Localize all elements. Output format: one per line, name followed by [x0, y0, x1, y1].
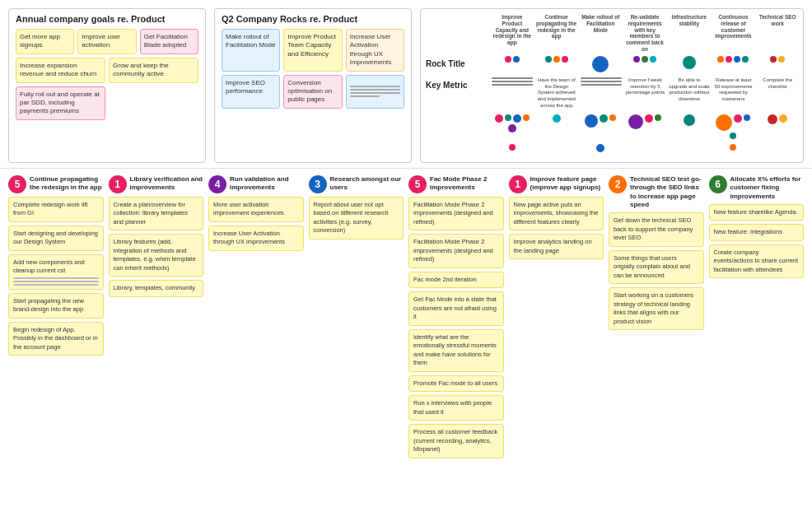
sdots-cell-3 — [580, 144, 621, 152]
annual-goals-title: Annual company goals re. Product — [16, 14, 198, 24]
lane-2-title: Library verification and improvements — [130, 175, 204, 193]
metric-cell-3 — [581, 77, 622, 109]
matrix-panel: Improve Product Capacity and redesign in… — [420, 8, 804, 163]
dot — [509, 144, 516, 151]
dot — [716, 114, 732, 131]
rock-title-label: Rock Title — [426, 56, 492, 68]
matrix-cols: Improve Product Capacity and redesign in… — [492, 14, 798, 53]
lane-card: Start designing and developing our Desig… — [8, 226, 104, 251]
lane-1-header: 5 Continue propagating the redesign in t… — [8, 175, 104, 193]
lane-card: Start propagating the new brand-design i… — [8, 293, 104, 319]
dot — [505, 114, 511, 121]
dot — [523, 114, 530, 121]
lane-card: Get down the technical SEO back to suppo… — [609, 212, 704, 247]
lane-card: Start working on a customers strategy of… — [609, 287, 704, 330]
lane-card: Promote Fac mode to all users — [408, 375, 504, 393]
dot — [553, 114, 561, 123]
lane-5-cards: Facilitation Mode Phase 2 improvements (… — [408, 197, 504, 458]
lane-3-badge: 4 — [208, 175, 226, 193]
matrix-small-dots-row — [426, 144, 798, 152]
rock-card: Improve SEO performance — [222, 75, 280, 109]
matrix-col-headers: Improve Product Capacity and redesign in… — [426, 14, 798, 53]
dot — [779, 114, 787, 123]
lane-card: Fac mode 2nd iteration — [408, 272, 504, 289]
dot — [645, 114, 653, 123]
lane-card: Facilitation Mode Phase 2 improvements (… — [408, 234, 504, 268]
metric-cell-2: Have the team of the Design System achie… — [536, 77, 577, 109]
matrix-key-metric-row: Key Metric Have the team of the Design S… — [426, 77, 798, 109]
lane-card: Get Fac Mode into a state that customers… — [408, 291, 504, 326]
goals-grid: Get more app signups Improve user activa… — [16, 29, 198, 54]
dot — [778, 56, 785, 63]
lane-7-header: 2 Technical SEO test go-through the SEO … — [609, 175, 704, 210]
dot — [553, 56, 560, 63]
top-section: Annual company goals re. Product Get mor… — [0, 0, 812, 169]
lane-card: New page active puts an improvements, sh… — [509, 197, 604, 231]
lane-5-title: Fac Mode Phase 2 improvements — [430, 175, 504, 193]
goal-card: Fully roll out and operate at par SDD, i… — [16, 86, 105, 120]
lane-card: More user activation improvement experie… — [208, 197, 304, 222]
lane-card: New feature sharelike Agenda — [709, 204, 805, 221]
q2-rocks-panel: Q2 Company Rocks re. Product Make rollou… — [214, 8, 412, 163]
dot — [730, 144, 736, 151]
dot — [742, 56, 749, 63]
matrix-cell-1 — [492, 56, 533, 72]
annual-goals-panel: Annual company goals re. Product Get mor… — [8, 8, 206, 163]
lane-1-badge: 5 — [8, 175, 26, 193]
dot — [726, 56, 732, 63]
dot — [562, 56, 568, 63]
dots1-cell-4 — [624, 114, 665, 139]
dot — [734, 56, 740, 63]
swim-lane-4: 3 Research amongst our users Report abou… — [309, 175, 404, 458]
lane-4-cards: Report about user not opt based on diffe… — [309, 197, 404, 240]
dot — [655, 114, 661, 121]
dot — [495, 114, 503, 123]
lane-8-cards: New feature sharelike Agenda New feature… — [709, 204, 805, 279]
lane-6-title: Improve feature page (improve app signup… — [530, 175, 604, 193]
metric-cell-1 — [492, 77, 533, 109]
dot — [633, 56, 640, 63]
lane-7-title: Technical SEO test go-through the SEO li… — [630, 175, 704, 210]
matrix-cell-3 — [580, 56, 621, 72]
matrix-cell-6 — [713, 56, 754, 72]
rock-card: Conversion optimisation on public pages — [283, 75, 342, 109]
metric-cell-5: Be able to upgrade and scale production … — [669, 77, 710, 109]
lane-card: Begin redesign of App. Possibly in the d… — [8, 322, 104, 356]
matrix-dots-row1 — [426, 114, 798, 139]
lane-card: Improve analytics landing on the landing… — [509, 234, 604, 259]
lane-8-title: Allocate X% efforts for customer fixing … — [730, 175, 805, 201]
dot — [585, 114, 598, 128]
dot — [730, 133, 736, 139]
rock-card: Increase User Activation through UX Impr… — [346, 29, 404, 72]
dot — [609, 114, 616, 121]
lane-6-badge: 1 — [509, 175, 527, 193]
matrix-cell-5 — [669, 56, 710, 72]
dots1-cell-2 — [536, 114, 577, 139]
sdots-cell-7 — [757, 144, 798, 152]
goal-card: Grow and keep the community active — [109, 58, 198, 83]
lane-4-header: 3 Research amongst our users — [309, 175, 404, 193]
dot — [596, 144, 604, 152]
rock-card: Improve Product Team Capacity and Effici… — [283, 29, 342, 72]
lane-5-badge: 5 — [408, 175, 427, 193]
lane-card: Some things that users origially complai… — [609, 250, 704, 285]
bottom-section: 5 Continue propagating the redesign in t… — [0, 169, 812, 465]
col-header-1: Improve Product Capacity and redesign in… — [492, 14, 533, 53]
lane-8-header: 6 Allocate X% efforts for customer fixin… — [709, 175, 805, 201]
dots1-cell-7 — [757, 114, 798, 139]
lane-card: Library features (add, integration of me… — [109, 234, 204, 277]
col-header-4: Re-validate requirements with key member… — [624, 14, 665, 53]
col-header-6: Continuous release of customer improveme… — [713, 14, 754, 53]
dot — [508, 124, 516, 133]
dots1-cell-6 — [713, 114, 754, 139]
swim-lane-7: 2 Technical SEO test go-through the SEO … — [609, 175, 704, 458]
swim-lane-8: 6 Allocate X% efforts for customer fixin… — [709, 175, 805, 458]
swim-lane-2: 1 Library verification and improvements … — [109, 175, 204, 458]
dot — [642, 56, 648, 63]
dot — [734, 114, 742, 123]
col-header-2: Continue propagating the redesign in the… — [536, 14, 577, 53]
dot — [505, 56, 511, 63]
lane-card: Increase User Activation through UX impr… — [208, 226, 304, 251]
matrix-cell-7 — [757, 56, 798, 72]
matrix-cell-2 — [536, 56, 577, 72]
